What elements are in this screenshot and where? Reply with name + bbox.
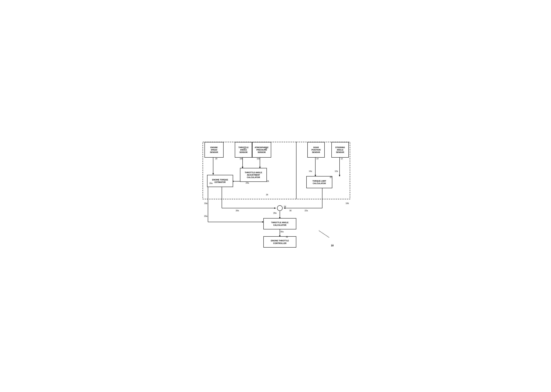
- label-16a: 16a: [257, 158, 260, 160]
- label-28a: 28a: [273, 212, 276, 214]
- throttle-angle-sensor-label: THROTTLE ANGLE SENSOR: [238, 146, 249, 154]
- label-22: 22: [330, 176, 332, 178]
- label-18a: 18a: [240, 158, 243, 160]
- ete-box: ENGINE TORQUE ESTIMATOR: [207, 175, 233, 187]
- engine-speed-sensor-box: ENGINE SPEED SENSOR: [205, 142, 223, 158]
- comparator-circle: [277, 205, 283, 211]
- label-24: 24: [267, 180, 269, 182]
- label-10a: 10a: [204, 202, 207, 204]
- label-30: 30: [289, 210, 291, 212]
- svg-marker-3: [213, 173, 214, 175]
- label-12a: 12a: [335, 170, 338, 172]
- label-32: 32: [286, 236, 288, 238]
- label-10b: 10b: [346, 202, 349, 204]
- svg-marker-11: [339, 175, 340, 177]
- engine-speed-sensor-label: ENGINE SPEED SENSOR: [210, 146, 218, 154]
- label-10: 10: [331, 244, 334, 247]
- diagram-container: ENGINE SPEED SENSOR THROTTLE ANGLE SENSO…: [198, 137, 353, 255]
- steering-angle-sensor-label: STEERING ANGLE SENSOR: [335, 146, 345, 154]
- tlc-box: TORQUE LIMIT CALCULATOR: [306, 176, 332, 188]
- label-12: 12: [341, 158, 343, 160]
- label-26: 26: [266, 194, 268, 196]
- label-20a-bottom: 20a: [204, 215, 207, 217]
- atmospheric-pressure-sensor-label: ATMOSPHERIC PRESSURE SENSOR: [255, 146, 269, 154]
- tlc-label: TORQUE LIMIT CALCULATOR: [313, 180, 326, 185]
- gear-position-sensor-label: GEAR POSITION SENSOR: [312, 146, 321, 154]
- label-22a: 22a: [305, 210, 308, 212]
- svg-marker-19: [284, 207, 285, 209]
- label-20a-top: 20a: [209, 182, 213, 184]
- label-16: 16: [265, 147, 267, 150]
- label-18: 18: [243, 147, 245, 150]
- taac-label: THROTTLE ANGLE ADJUSTMENT CALCULATOR: [245, 171, 262, 179]
- label-24a: 24a: [246, 182, 249, 184]
- svg-line-27: [319, 231, 329, 238]
- steering-angle-sensor-box: STEERING ANGLE SENSOR: [331, 142, 349, 158]
- label-14a: 14a: [309, 170, 312, 172]
- ete-label: ENGINE TORQUE ESTIMATOR: [212, 179, 228, 183]
- tac-box: THROTTLE ANGLE CALCULATOR: [263, 218, 296, 229]
- taac-box: THROTTLE ANGLE ADJUSTMENT CALCULATOR: [240, 168, 267, 182]
- atmospheric-pressure-sensor-box: ATMOSPHERIC PRESSURE SENSOR: [252, 142, 271, 158]
- tac-label: THROTTLE ANGLE CALCULATOR: [271, 221, 288, 226]
- label-14: 14: [316, 158, 318, 160]
- etc-label: ENGINE THROTTLE CONTROLLER: [271, 239, 289, 245]
- svg-marker-16: [274, 207, 276, 209]
- throttle-angle-sensor-box: THROTTLE ANGLE SENSOR: [235, 142, 252, 158]
- etc-box: ENGINE THROTTLE CONTROLLER: [263, 236, 296, 248]
- label-20: 20: [215, 158, 217, 160]
- gear-position-sensor-box: GEAR POSITION SENSOR: [307, 142, 325, 158]
- label-28: 28: [284, 205, 286, 208]
- label-26a: 26a: [236, 210, 239, 212]
- label-30a: 30a: [280, 231, 283, 233]
